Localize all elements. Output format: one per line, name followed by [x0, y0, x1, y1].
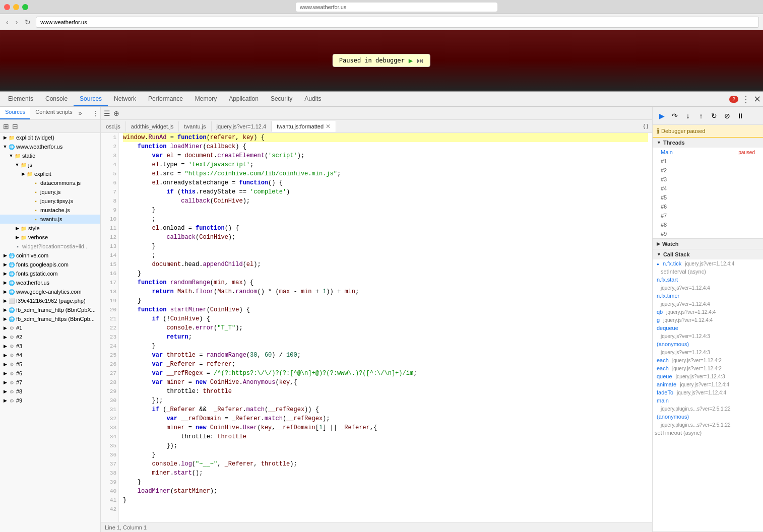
- callstack-entry-7[interactable]: (anonymous): [653, 340, 763, 348]
- callstack-entry-3[interactable]: n.fx.timer: [653, 292, 763, 300]
- tree-item-fonts-google[interactable]: ▶ 🌐 fonts.googleapis.com: [0, 260, 100, 269]
- callstack-header[interactable]: ▼ Call Stack: [653, 249, 763, 259]
- thread-7[interactable]: #7: [653, 211, 763, 220]
- watch-header[interactable]: ▶ Watch: [653, 239, 763, 249]
- add-source-button[interactable]: ⋮: [91, 107, 100, 119]
- tree-item-explicit-widget[interactable]: ▶ 📁 explicit (widget): [0, 133, 100, 142]
- tree-item-f39c[interactable]: ▶ ⬜ f39c41216c1962 (page.php): [0, 296, 100, 305]
- deactivate-button[interactable]: ⊘: [721, 110, 733, 122]
- tab-close-button[interactable]: ✕: [326, 123, 331, 130]
- resume-button[interactable]: ▶: [656, 110, 668, 122]
- tree-item-worker-3[interactable]: ▶ ⚙ #3: [0, 342, 100, 351]
- forward-button[interactable]: ›: [14, 17, 20, 27]
- tab-performance[interactable]: Performance: [142, 92, 189, 106]
- editor-tab-twantu[interactable]: twantu.js: [179, 121, 211, 131]
- tree-item-jquery-tipsy[interactable]: ▪ jquery.tipsy.js: [0, 196, 100, 206]
- tree-item-analytics[interactable]: ▶ 🌐 www.google-analytics.com: [0, 287, 100, 296]
- thread-9[interactable]: #9: [653, 229, 763, 238]
- add-folder-btn[interactable]: ⊕: [112, 108, 120, 118]
- thread-3[interactable]: #3: [653, 175, 763, 184]
- url-input[interactable]: [36, 17, 759, 28]
- callstack-entry-14[interactable]: (anonymous): [653, 413, 763, 421]
- tab-elements[interactable]: Elements: [2, 92, 39, 106]
- code-content[interactable]: window.RunAd = function(referer, key) { …: [119, 133, 652, 522]
- tab-sources-left[interactable]: Sources: [0, 107, 30, 119]
- step-over-button[interactable]: ↷: [669, 110, 681, 122]
- thread-5[interactable]: #5: [653, 193, 763, 202]
- tree-item-widget-php[interactable]: ▪ widget?location=ostia+lid...: [0, 242, 100, 251]
- devtools-more-button[interactable]: ⋮: [741, 94, 750, 105]
- step-into-button[interactable]: ↓: [682, 110, 694, 122]
- tab-content-scripts[interactable]: Content scripts: [30, 107, 77, 119]
- tree-item-fonts-gstatic[interactable]: ▶ 🌐 fonts.gstatic.com: [0, 269, 100, 278]
- thread-8[interactable]: #8: [653, 220, 763, 229]
- folder-icon-btn[interactable]: ⊟: [11, 121, 19, 131]
- thread-main[interactable]: Main paused: [653, 148, 763, 157]
- tree-item-worker-2[interactable]: ▶ ⚙ #2: [0, 332, 100, 342]
- reload-button[interactable]: ↻: [23, 17, 33, 27]
- more-tabs-button[interactable]: »: [78, 107, 83, 119]
- tab-network[interactable]: Network: [108, 92, 142, 106]
- tree-item-worker-7[interactable]: ▶ ⚙ #7: [0, 378, 100, 387]
- tree-item-worker-9[interactable]: ▶ ⚙ #9: [0, 396, 100, 405]
- format-button[interactable]: { }: [643, 122, 649, 130]
- minimize-button[interactable]: [13, 4, 19, 10]
- tree-item-fb-http[interactable]: ▶ 🌐 fb_xdm_frame_http (BbnCpbX...: [0, 305, 100, 314]
- editor-tab-osd[interactable]: osd.js: [101, 121, 126, 131]
- tree-item-twantu[interactable]: ▪ twantu.js: [0, 215, 100, 224]
- back-button[interactable]: ‹: [4, 17, 11, 27]
- banner-play-icon[interactable]: ▶: [409, 56, 413, 64]
- callstack-entry-12[interactable]: fadeTo jquery.js?ver=1.12.4:4: [653, 388, 763, 396]
- thread-2[interactable]: #2: [653, 166, 763, 175]
- tab-audits[interactable]: Audits: [298, 92, 327, 106]
- tree-item-verbose[interactable]: ▶ 📁 verbose: [0, 233, 100, 242]
- tab-security[interactable]: Security: [265, 92, 298, 106]
- maximize-button[interactable]: [22, 4, 28, 10]
- editor-tab-jquery[interactable]: jquery.js?ver=1.12.4: [212, 121, 272, 131]
- tree-item-mustache[interactable]: ▪ mustache.js: [0, 206, 100, 215]
- thread-4[interactable]: #4: [653, 184, 763, 193]
- tree-item-explicit-sub[interactable]: ▶ 📁 explicit: [0, 169, 100, 178]
- pause-on-exception-button[interactable]: ⏸: [734, 110, 746, 122]
- editor-tab-twantu-formatted[interactable]: twantu.js:formatted ✕: [272, 121, 336, 132]
- tree-item-weatherfor[interactable]: ▼ 🌐 www.weatherfor.us: [0, 142, 100, 151]
- tree-item-style[interactable]: ▶ 📁 style: [0, 224, 100, 233]
- tree-item-static[interactable]: ▼ 📁 static: [0, 151, 100, 160]
- callstack-entry-9[interactable]: each jquery.js?ver=1.12.4:2: [653, 364, 763, 372]
- sync-icon[interactable]: ⊞: [2, 121, 10, 131]
- callstack-entry-10[interactable]: queue jquery.js?ver=1.12.4:3: [653, 372, 763, 380]
- tree-item-datacommons[interactable]: ▪ datacommons.js: [0, 178, 100, 187]
- tab-sources[interactable]: Sources: [74, 92, 108, 106]
- threads-header[interactable]: ▼ Threads: [653, 138, 763, 148]
- tab-memory[interactable]: Memory: [189, 92, 223, 106]
- tab-console[interactable]: Console: [39, 92, 74, 106]
- thread-1[interactable]: #1: [653, 157, 763, 166]
- callstack-entry-6[interactable]: dequeue: [653, 324, 763, 332]
- tree-item-worker-1[interactable]: ▶ ⚙ #1: [0, 323, 100, 332]
- callstack-entry-2[interactable]: n.fx.start: [653, 276, 763, 284]
- step-button[interactable]: ↻: [708, 110, 720, 122]
- banner-skip-icon[interactable]: ⏭: [417, 56, 424, 64]
- tree-item-worker-5[interactable]: ▶ ⚙ #5: [0, 360, 100, 369]
- callstack-entry-4[interactable]: qb jquery.js?ver=1.12.4:4: [653, 308, 763, 316]
- toggle-sidebar-btn[interactable]: ☰: [103, 108, 111, 118]
- step-out-button[interactable]: ↑: [695, 110, 707, 122]
- tree-item-jquery[interactable]: ▪ jquery.js: [0, 187, 100, 196]
- tree-item-coinhive[interactable]: ▶ 🌐 coinhive.com: [0, 251, 100, 260]
- callstack-entry-5[interactable]: g jquery.js?ver=1.12.4:4: [653, 316, 763, 324]
- tree-item-worker-8[interactable]: ▶ ⚙ #8: [0, 387, 100, 396]
- address-bar[interactable]: www.weatherfor.us: [296, 3, 497, 12]
- callstack-entry-8[interactable]: each jquery.js?ver=1.12.4:2: [653, 356, 763, 364]
- tab-application[interactable]: Application: [223, 92, 265, 106]
- devtools-close-button[interactable]: ✕: [753, 94, 761, 105]
- tree-item-weatherfor-plain[interactable]: ▶ 🌐 weatherfor.us: [0, 278, 100, 287]
- tree-item-worker-6[interactable]: ▶ ⚙ #6: [0, 369, 100, 378]
- editor-tab-addthis[interactable]: addthis_widget.js: [126, 121, 179, 131]
- callstack-entry-13[interactable]: main: [653, 396, 763, 405]
- callstack-entry-11[interactable]: animate jquery.js?ver=1.12.4:4: [653, 380, 763, 388]
- callstack-entry-1[interactable]: ● n.fx.tick jquery.js?ver=1.12.4:4: [653, 259, 763, 268]
- tree-item-fb-https[interactable]: ▶ 🌐 fb_xdm_frame_https (BbnCpb...: [0, 314, 100, 323]
- tree-item-js[interactable]: ▼ 📁 js: [0, 160, 100, 169]
- thread-6[interactable]: #6: [653, 202, 763, 211]
- tree-item-worker-4[interactable]: ▶ ⚙ #4: [0, 351, 100, 360]
